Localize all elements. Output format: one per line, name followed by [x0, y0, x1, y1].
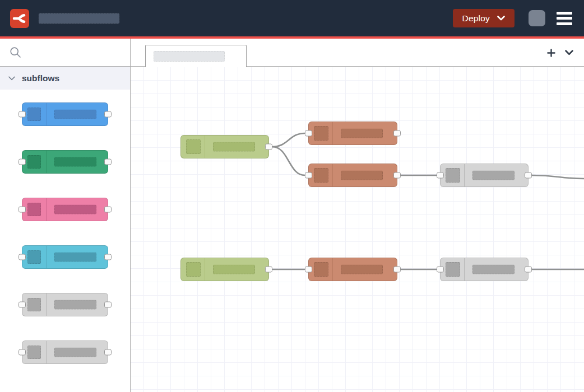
- node-icon-divider: [46, 246, 47, 268]
- node-label-placeholder: [54, 205, 96, 214]
- palette-node-blue[interactable]: [22, 102, 108, 126]
- node-label-placeholder: [472, 265, 515, 274]
- palette-sidebar: subflows: [0, 39, 131, 392]
- header: Deploy: [0, 0, 584, 36]
- flow-node-salmon-2[interactable]: [308, 164, 397, 187]
- input-port[interactable]: [305, 172, 312, 179]
- workspace-tabbar: [131, 39, 584, 67]
- node-label-placeholder: [341, 265, 383, 274]
- output-port[interactable]: [104, 254, 112, 260]
- wires-layer: [131, 67, 584, 392]
- node-icon: [27, 250, 41, 264]
- node-red-merge-icon: [12, 11, 27, 26]
- wire[interactable]: [532, 175, 584, 179]
- output-port[interactable]: [104, 349, 112, 356]
- input-port[interactable]: [18, 111, 26, 118]
- input-port[interactable]: [18, 349, 26, 356]
- output-port[interactable]: [265, 144, 272, 150]
- wire[interactable]: [272, 133, 305, 147]
- node-label-placeholder: [54, 300, 96, 310]
- input-port[interactable]: [437, 172, 444, 179]
- node-icon-divider: [205, 258, 205, 281]
- palette-node-gray-2[interactable]: [22, 340, 108, 364]
- deploy-button[interactable]: Deploy: [453, 9, 515, 27]
- node-icon-divider: [205, 136, 205, 158]
- deploy-label: Deploy: [462, 13, 490, 24]
- flow-node-olive-1[interactable]: [180, 135, 269, 158]
- node-icon: [27, 298, 41, 311]
- input-port[interactable]: [18, 302, 26, 308]
- node-icon-divider: [464, 258, 465, 281]
- output-port[interactable]: [104, 159, 112, 165]
- flow-node-gray-1[interactable]: [440, 164, 529, 187]
- palette-node-gray-1[interactable]: [22, 293, 108, 316]
- node-icon-divider: [46, 103, 47, 125]
- node-icon: [186, 262, 201, 277]
- search-icon: [10, 46, 21, 58]
- output-port[interactable]: [104, 302, 112, 308]
- flow-node-salmon-3[interactable]: [308, 258, 397, 281]
- node-icon: [186, 139, 201, 154]
- node-icon: [446, 168, 460, 183]
- node-icon: [314, 262, 328, 277]
- palette-node-cyan[interactable]: [22, 245, 108, 269]
- node-icon: [27, 346, 41, 359]
- node-icon-divider: [332, 122, 333, 144]
- wire[interactable]: [272, 147, 305, 175]
- palette-node-pink[interactable]: [22, 198, 108, 221]
- hamburger-menu-icon[interactable]: [557, 12, 572, 25]
- add-flow-button[interactable]: [547, 49, 555, 57]
- tab-label-placeholder: [154, 51, 225, 62]
- node-label-placeholder: [472, 171, 515, 180]
- flow-canvas[interactable]: [131, 67, 584, 392]
- flow-node-gray-2[interactable]: [440, 258, 529, 281]
- node-icon-divider: [464, 164, 465, 186]
- workspace: [131, 39, 584, 392]
- node-icon: [27, 203, 41, 216]
- node-icon-divider: [332, 258, 333, 281]
- flow-node-olive-2[interactable]: [180, 258, 269, 281]
- chevron-down-icon[interactable]: [497, 16, 505, 21]
- node-red-logo: [10, 9, 29, 28]
- node-icon: [27, 108, 41, 121]
- node-label-placeholder: [54, 157, 96, 167]
- node-icon: [314, 126, 328, 141]
- node-label-placeholder: [341, 171, 383, 180]
- node-icon-divider: [46, 293, 47, 316]
- user-avatar[interactable]: [529, 10, 545, 26]
- output-port[interactable]: [104, 111, 112, 118]
- input-port[interactable]: [305, 267, 312, 273]
- output-port[interactable]: [393, 130, 401, 137]
- input-port[interactable]: [18, 254, 26, 260]
- palette-node-green[interactable]: [22, 150, 108, 174]
- subflows-section-header[interactable]: subflows: [0, 67, 130, 90]
- chevron-down-icon: [8, 76, 15, 81]
- input-port[interactable]: [305, 130, 312, 137]
- node-icon-divider: [332, 164, 333, 186]
- palette-search[interactable]: [0, 39, 130, 67]
- node-icon: [314, 168, 328, 183]
- output-port[interactable]: [104, 207, 112, 213]
- flow-list-button[interactable]: [565, 50, 573, 55]
- flow-node-salmon-1[interactable]: [308, 122, 397, 145]
- tabbar-actions: [547, 39, 584, 67]
- node-label-placeholder: [54, 110, 96, 119]
- node-icon: [27, 155, 41, 169]
- input-port[interactable]: [18, 159, 26, 165]
- node-label-placeholder: [341, 129, 383, 138]
- node-icon-divider: [46, 151, 47, 173]
- output-port[interactable]: [265, 267, 272, 273]
- input-port[interactable]: [18, 207, 26, 213]
- output-port[interactable]: [525, 267, 532, 273]
- node-icon-divider: [46, 341, 47, 363]
- workspace-tab[interactable]: [145, 45, 247, 67]
- node-label-placeholder: [213, 142, 255, 152]
- output-port[interactable]: [393, 267, 401, 273]
- node-icon: [446, 262, 460, 277]
- subflows-section-label: subflows: [22, 73, 59, 83]
- output-port[interactable]: [393, 172, 401, 179]
- output-port[interactable]: [525, 172, 532, 179]
- node-label-placeholder: [54, 253, 96, 262]
- input-port[interactable]: [437, 267, 444, 273]
- header-title-placeholder: [39, 13, 119, 24]
